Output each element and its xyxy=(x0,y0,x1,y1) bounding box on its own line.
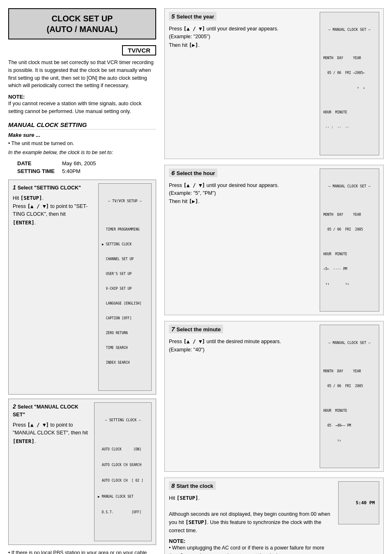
manual-clock-section-title: MANUAL CLOCK SETTING xyxy=(8,121,156,129)
step-8-note-heading: NOTE: xyxy=(169,538,335,544)
step-7-number: 7 xyxy=(171,325,177,332)
step-6-number: 6 xyxy=(171,169,177,176)
step-2-content: 2 Select "MANUAL CLOCK SET" Press [▲ / ▼… xyxy=(13,402,152,541)
step-5-number: 5 xyxy=(171,13,177,20)
date-value: May 6th, 2005 xyxy=(62,160,102,167)
note-heading: NOTE: xyxy=(8,94,156,100)
step-5-title: Select the year xyxy=(177,14,214,20)
step-8-note: • When unplugging the AC cord or if ther… xyxy=(169,544,335,554)
step-8-body: Hit [SETUP]. Although seconds are not di… xyxy=(169,494,335,535)
step-2-lcd: – SETTING CLOCK – AUTO CLOCK [ON] AUTO C… xyxy=(94,402,152,541)
title-box: CLOCK SET UP (AUTO / MANUAL) xyxy=(8,8,156,39)
example-intro: In the example below, the clock is to be… xyxy=(8,149,156,157)
step-1-body: Hit [SETUP]. Press [▲ / ▼] to point to "… xyxy=(13,194,96,227)
step-5-block: 5 Select the year Press [▲ / ▼] until yo… xyxy=(164,8,384,159)
left-column: CLOCK SET UP (AUTO / MANUAL) TV/VCR The … xyxy=(8,8,156,554)
step-8-number: 8 xyxy=(171,482,177,489)
step-8-title: Start the clock xyxy=(177,483,214,489)
step-2-body: Press [▲ / ▼] to point to "MANUAL CLOCK … xyxy=(13,421,92,446)
step-7-block: 7 Select the minute Press [▲ / ▼] until … xyxy=(164,321,384,472)
step-2-number: 2 xyxy=(13,403,18,410)
step-2-lcd-title: – SETTING CLOCK – xyxy=(98,418,148,423)
tv-vcr-badge: TV/VCR xyxy=(122,45,156,55)
step-5-lcd-title: – MANUAL CLOCK SET – xyxy=(323,27,376,33)
page-title: CLOCK SET UP (AUTO / MANUAL) xyxy=(11,13,153,35)
step-6-lcd-title: – MANUAL CLOCK SET – xyxy=(323,184,376,189)
bullet-unit-on: • The unit must be turned on. xyxy=(8,140,156,148)
step-8-lcd: 5:40 PM xyxy=(338,481,379,524)
setting-time-value: 5:40PM xyxy=(62,168,102,175)
step-1-title: Select "SETTING CLOCK" xyxy=(18,185,81,191)
page-container: CLOCK SET UP (AUTO / MANUAL) TV/VCR The … xyxy=(8,8,384,554)
step-5-body: Press [▲ / ▼] until your desired year ap… xyxy=(169,25,316,49)
example-table: DATE May 6th, 2005 SETTING TIME 5:40PM xyxy=(16,159,103,175)
intro-text: The unit clock must be set correctly so … xyxy=(8,59,156,90)
step-6-title: Select the hour xyxy=(177,170,215,176)
extra-bullet: • If there is no local PBS station in yo… xyxy=(8,549,156,554)
step-7-lcd-title: – MANUAL CLOCK SET – xyxy=(323,340,376,346)
step-1-number: 1 xyxy=(13,184,18,191)
step-7-body: Press [▲ / ▼] until the desired minute a… xyxy=(169,337,316,354)
step-6-body: Press [▲ / ▼] until your desired hour ap… xyxy=(169,181,316,206)
step-8-block: 8 Start the clock Hit [SETUP]. Although … xyxy=(164,478,384,554)
setting-time-label: SETTING TIME xyxy=(17,168,61,175)
step-5-lcd: – MANUAL CLOCK SET – MONTH DAY YEAR 05 /… xyxy=(320,12,379,155)
step-7-title: Select the minute xyxy=(177,326,221,332)
step-1-box: 1 Select "SETTING CLOCK" Hit [SETUP]. Pr… xyxy=(8,180,156,395)
make-sure-label: Make sure ... xyxy=(8,132,156,138)
step-2-box: 2 Select "MANUAL CLOCK SET" Press [▲ / ▼… xyxy=(8,399,156,545)
step-2-title: Select "MANUAL CLOCK SET" xyxy=(13,404,78,418)
step-6-lcd: – MANUAL CLOCK SET – MONTH DAY YEAR 05 /… xyxy=(320,169,379,312)
step-6-block: 6 Select the hour Press [▲ / ▼] until yo… xyxy=(164,165,384,316)
step-7-lcd: – MANUAL CLOCK SET – MONTH DAY YEAR 05 /… xyxy=(320,325,379,468)
step-8-lcd-time: 5:40 PM xyxy=(343,499,375,507)
step-1-content: 1 Select "SETTING CLOCK" Hit [SETUP]. Pr… xyxy=(13,183,152,391)
step-1-lcd: – TV/VCR SETUP – TIMER PROGRAMMING ▶ SET… xyxy=(98,183,152,391)
step-1-lcd-title: – TV/VCR SETUP – xyxy=(102,199,148,204)
note-text: If you cannot receive a station with tim… xyxy=(8,100,156,115)
date-label: DATE xyxy=(17,160,61,167)
right-column: 5 Select the year Press [▲ / ▼] until yo… xyxy=(164,8,384,554)
